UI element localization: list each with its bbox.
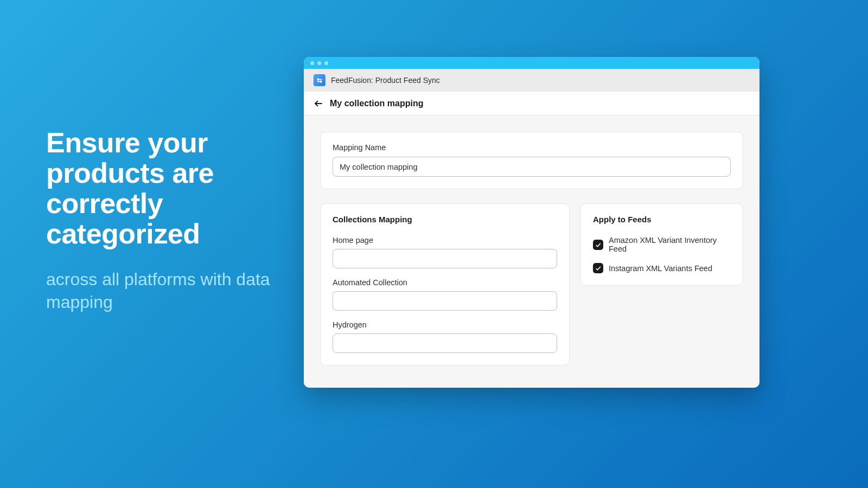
marketing-block: Ensure your products are correctly categ… [46, 127, 279, 313]
window-control-dot[interactable] [317, 61, 321, 65]
app-header: ⇆ FeedFusion: Product Feed Sync [304, 69, 760, 92]
mapping-item: Home page [333, 236, 557, 268]
mapping-name-input[interactable] [333, 157, 731, 177]
marketing-subline: across all platforms with data mapping [46, 268, 279, 313]
mapping-item: Automated Collection [333, 278, 557, 311]
marketing-headline: Ensure your products are correctly categ… [46, 127, 279, 249]
feed-row: Amazon XML Variant Inventory Feed [593, 236, 731, 253]
app-window: ⇆ FeedFusion: Product Feed Sync My colle… [304, 57, 760, 388]
mapping-item-label: Automated Collection [333, 278, 557, 287]
collections-mapping-card: Collections Mapping Home page Automated … [320, 203, 570, 365]
feed-checkbox[interactable] [593, 263, 603, 273]
mapping-item-label: Hydrogen [333, 320, 557, 329]
page-header: My collection mapping [304, 92, 760, 115]
feed-checkbox[interactable] [593, 240, 603, 250]
mapping-item-input[interactable] [333, 291, 557, 311]
back-arrow-icon[interactable] [314, 99, 323, 108]
page-content: Mapping Name Collections Mapping Home pa… [304, 115, 760, 388]
apply-to-feeds-card: Apply to Feeds Amazon XML Variant Invent… [580, 203, 743, 286]
window-titlebar [304, 57, 760, 69]
mapping-item-label: Home page [333, 236, 557, 245]
window-control-dot[interactable] [310, 61, 314, 65]
app-logo-icon: ⇆ [314, 74, 326, 86]
window-control-dot[interactable] [324, 61, 328, 65]
page-title: My collection mapping [330, 99, 423, 108]
mapping-item-input[interactable] [333, 333, 557, 353]
feed-row: Instagram XML Variants Feed [593, 263, 731, 273]
feed-label: Instagram XML Variants Feed [609, 264, 712, 273]
mapping-name-card: Mapping Name [320, 132, 743, 189]
mapping-item: Hydrogen [333, 320, 557, 353]
collections-mapping-title: Collections Mapping [333, 215, 557, 224]
app-title: FeedFusion: Product Feed Sync [331, 76, 440, 85]
apply-to-feeds-title: Apply to Feeds [593, 215, 731, 224]
mapping-name-label: Mapping Name [333, 143, 731, 152]
mapping-item-input[interactable] [333, 249, 557, 268]
feed-label: Amazon XML Variant Inventory Feed [609, 236, 731, 253]
